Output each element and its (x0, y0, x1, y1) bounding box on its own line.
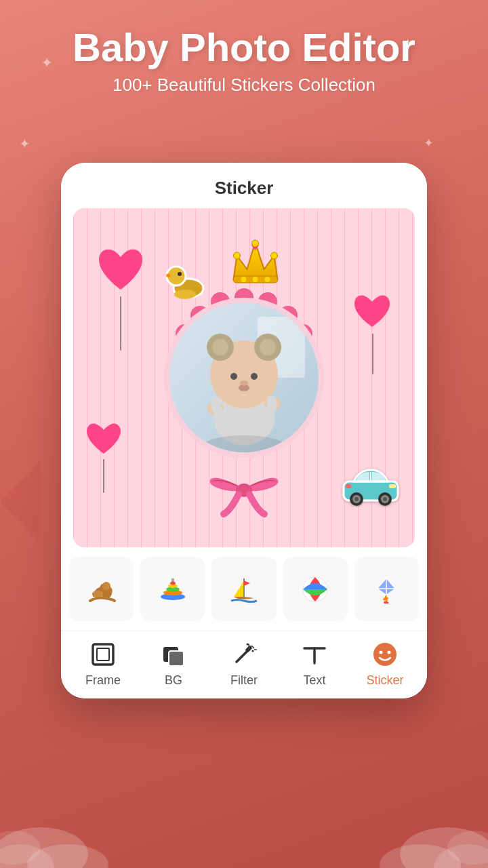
sticker-item-rings[interactable] (140, 557, 205, 621)
svg-rect-54 (346, 484, 351, 488)
svg-point-47 (252, 240, 259, 247)
heart-balloon-bottom-left (83, 418, 124, 493)
car-sticker[interactable] (340, 460, 401, 510)
sticker-icon (370, 639, 400, 669)
sticker-item-horse[interactable] (69, 557, 134, 621)
text-label: Text (303, 673, 325, 688)
photo-frame-circle (156, 290, 332, 466)
sticker-selection-row (61, 547, 427, 631)
sticker-item-ball[interactable] (283, 557, 348, 621)
balloon-string-left-big (120, 296, 121, 351)
star-decoration-4: ✦ (19, 136, 30, 152)
svg-rect-79 (169, 651, 184, 666)
svg-point-90 (373, 643, 396, 666)
crown-sticker[interactable] (227, 235, 285, 292)
frame-label: Frame (85, 673, 121, 688)
svg-point-38 (240, 380, 248, 386)
svg-point-6 (174, 290, 196, 299)
svg-rect-76 (93, 644, 113, 665)
nav-item-bg[interactable]: BG (138, 639, 209, 688)
filter-label: Filter (230, 673, 258, 688)
svg-point-57 (354, 497, 359, 501)
sticker-item-kite[interactable] (354, 557, 419, 621)
star-decoration-3: ✦ (424, 136, 434, 151)
svg-point-68 (170, 581, 176, 585)
svg-point-44 (253, 277, 258, 282)
svg-rect-77 (97, 648, 109, 660)
duck-sticker[interactable] (161, 262, 209, 302)
svg-point-92 (388, 651, 391, 654)
balloon-string-right (372, 334, 373, 374)
nav-item-sticker[interactable]: Sticker (350, 639, 420, 688)
svg-point-83 (252, 650, 254, 652)
app-title: Baby Photo Editor (27, 26, 461, 69)
svg-point-91 (380, 651, 383, 654)
heart-balloon-right (350, 290, 394, 374)
svg-point-5 (178, 272, 182, 276)
sticker-item-sailboat[interactable] (211, 557, 276, 621)
svg-point-60 (383, 497, 387, 501)
photo-canvas[interactable] (73, 208, 415, 547)
svg-point-46 (234, 252, 241, 259)
svg-point-35 (230, 373, 237, 380)
app-header: Baby Photo Editor 100+ Beautiful Sticker… (0, 0, 488, 109)
bg-icon (159, 639, 188, 669)
nav-item-text[interactable]: Text (279, 639, 350, 688)
svg-point-43 (241, 277, 247, 282)
svg-point-34 (260, 339, 276, 355)
sticker-label: Sticker (366, 673, 403, 688)
svg-marker-0 (0, 461, 41, 542)
svg-point-33 (212, 339, 228, 355)
bow-sticker[interactable] (203, 463, 285, 520)
heart-balloon-left-big (94, 242, 148, 351)
svg-point-45 (265, 277, 270, 282)
left-arrow-decoration (0, 461, 41, 545)
app-subtitle: 100+ Beautiful Stickers Collection (27, 75, 461, 96)
bottom-navigation: Frame BG (61, 631, 427, 698)
svg-point-62 (92, 591, 103, 597)
svg-point-36 (251, 373, 258, 380)
svg-rect-53 (389, 484, 396, 488)
svg-point-61 (102, 582, 110, 590)
bg-label: BG (165, 673, 182, 688)
frame-icon (88, 639, 118, 669)
svg-point-84 (247, 644, 249, 646)
phone-mockup: Sticker (61, 163, 427, 698)
nav-item-filter[interactable]: Filter (209, 639, 279, 688)
text-icon (300, 639, 329, 669)
filter-icon (229, 639, 259, 669)
svg-point-48 (271, 252, 278, 259)
nav-item-frame[interactable]: Frame (68, 639, 138, 688)
phone-screen-title: Sticker (61, 163, 427, 208)
balloon-string-bottom-left (103, 459, 104, 493)
